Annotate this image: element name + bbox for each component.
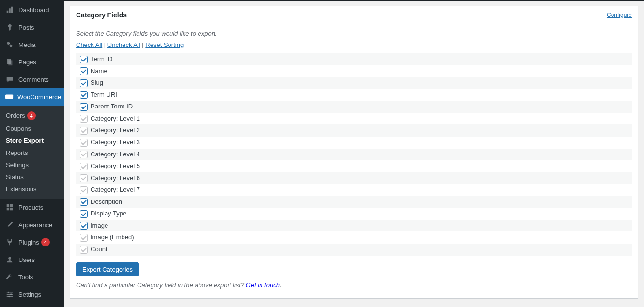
menu-label: Dashboard: [18, 6, 49, 14]
sidebar-item-posts[interactable]: Posts: [0, 18, 64, 36]
menu-label: Users: [18, 256, 35, 263]
check-all-link[interactable]: Check All: [76, 41, 102, 48]
field-checkbox[interactable]: [80, 139, 88, 147]
submenu-item-coupons[interactable]: Coupons: [0, 123, 64, 135]
pin-icon: [5, 22, 15, 32]
field-label: Category: Level 1: [91, 115, 140, 122]
admin-sidebar: DashboardPostsMediaPagesCommentsWooComme…: [0, 1, 64, 307]
submenu-item-store-export[interactable]: Store Export: [0, 135, 64, 147]
sidebar-item-plugins[interactable]: Plugins4: [0, 233, 64, 251]
reset-sorting-link[interactable]: Reset Sorting: [145, 41, 184, 48]
svg-point-11: [10, 293, 12, 295]
field-row: Category: Level 1: [76, 113, 632, 125]
menu-label: Plugins: [18, 239, 39, 246]
get-in-touch-link[interactable]: Get in touch: [246, 281, 280, 289]
submenu-item-settings[interactable]: Settings: [0, 159, 64, 171]
submenu-item-extensions[interactable]: Extensions: [0, 183, 64, 195]
field-label: Term URI: [91, 91, 117, 98]
sidebar-item-comments[interactable]: Comments: [0, 71, 64, 88]
svg-rect-8: [10, 208, 13, 210]
menu-label: Settings: [18, 291, 41, 298]
field-checkbox[interactable]: [80, 115, 88, 123]
field-checkbox[interactable]: [80, 186, 88, 194]
field-row: Parent Term ID: [76, 101, 632, 113]
menu-label: Pages: [18, 59, 36, 66]
field-row: Category: Level 2: [76, 124, 632, 137]
field-label: Parent Term ID: [91, 103, 133, 110]
field-row: Category: Level 3: [76, 137, 632, 149]
submenu-item-reports[interactable]: Reports: [0, 147, 64, 159]
field-label: Count: [91, 246, 107, 253]
field-checkbox[interactable]: [80, 222, 88, 230]
field-row: Term ID: [76, 53, 632, 65]
field-checkbox[interactable]: [80, 234, 88, 242]
field-checkbox[interactable]: [80, 198, 88, 206]
uncheck-all-link[interactable]: Uncheck All: [107, 41, 140, 48]
field-label: Category: Level 4: [91, 151, 140, 158]
brush-icon: [5, 220, 15, 230]
sidebar-item-collapse[interactable]: Collapse menu: [0, 303, 64, 307]
svg-point-1: [10, 45, 12, 47]
svg-rect-3: [8, 60, 12, 65]
pages-icon: [5, 57, 15, 67]
field-checkbox[interactable]: [80, 79, 88, 87]
field-label: Category: Level 6: [91, 174, 140, 182]
field-label: Image: [91, 222, 108, 229]
woocommerce-submenu: Orders4CouponsStore ExportReportsSetting…: [0, 106, 64, 199]
field-checkbox[interactable]: [80, 103, 88, 111]
badge: 4: [27, 111, 36, 120]
menu-label: Posts: [18, 24, 34, 31]
submenu-item-status[interactable]: Status: [0, 171, 64, 183]
menu-label: WooCommerce: [17, 93, 61, 101]
sidebar-item-pages[interactable]: Pages: [0, 53, 64, 71]
panel-hint: Select the Category fields you would lik…: [76, 30, 632, 37]
menu-label: Comments: [18, 76, 49, 83]
sidebar-item-settings[interactable]: Settings: [0, 286, 64, 303]
user-icon: [5, 255, 15, 264]
field-label: Category: Level 7: [91, 186, 140, 193]
category-fields-panel: Category Fields Configure Select the Cat…: [70, 6, 638, 299]
field-row: Category: Level 6: [76, 172, 632, 184]
wrench-icon: [5, 272, 15, 282]
sidebar-item-dashboard[interactable]: Dashboard: [0, 1, 64, 18]
field-row: Category: Level 5: [76, 160, 632, 172]
field-label: Display Type: [91, 210, 126, 217]
sidebar-item-appearance[interactable]: Appearance: [0, 216, 64, 233]
svg-point-12: [8, 296, 10, 298]
bulk-actions: Check All | Uncheck All | Reset Sorting: [76, 41, 632, 48]
sliders-icon: [5, 290, 15, 299]
field-row: Category: Level 4: [76, 149, 632, 161]
dashboard-icon: [5, 5, 15, 15]
field-row: Image: [76, 220, 632, 232]
field-checkbox[interactable]: [80, 151, 88, 158]
svg-point-10: [8, 292, 10, 293]
configure-link[interactable]: Configure: [607, 12, 632, 18]
sidebar-item-tools[interactable]: Tools: [0, 268, 64, 286]
fields-table: Term IDNameSlugTerm URIParent Term IDCat…: [76, 53, 632, 256]
field-checkbox[interactable]: [80, 67, 88, 75]
field-checkbox[interactable]: [80, 174, 88, 182]
field-label: Category: Level 3: [91, 138, 140, 146]
panel-title: Category Fields: [76, 11, 127, 19]
sidebar-item-users[interactable]: Users: [0, 251, 64, 268]
field-row: Display Type: [76, 208, 632, 220]
field-row: Category: Level 7: [76, 184, 632, 196]
field-label: Category: Level 5: [91, 162, 140, 169]
export-categories-button[interactable]: Export Categories: [76, 262, 139, 276]
field-checkbox[interactable]: [80, 127, 88, 135]
sidebar-item-products[interactable]: Products: [0, 199, 64, 216]
field-row: Slug: [76, 77, 632, 89]
field-checkbox[interactable]: [80, 246, 88, 254]
comment-icon: [5, 75, 15, 84]
sidebar-item-woocommerce[interactable]: WooCommerce: [0, 88, 64, 106]
field-checkbox[interactable]: [80, 91, 88, 99]
main-content: Category Fields Configure Select the Cat…: [64, 1, 644, 307]
sidebar-item-media[interactable]: Media: [0, 36, 64, 53]
svg-rect-7: [7, 208, 9, 210]
plug-icon: [5, 237, 15, 247]
field-checkbox[interactable]: [80, 56, 88, 63]
submenu-item-orders[interactable]: Orders4: [0, 109, 64, 123]
field-label: Image (Embed): [91, 233, 134, 241]
field-checkbox[interactable]: [80, 163, 88, 170]
field-checkbox[interactable]: [80, 210, 88, 218]
